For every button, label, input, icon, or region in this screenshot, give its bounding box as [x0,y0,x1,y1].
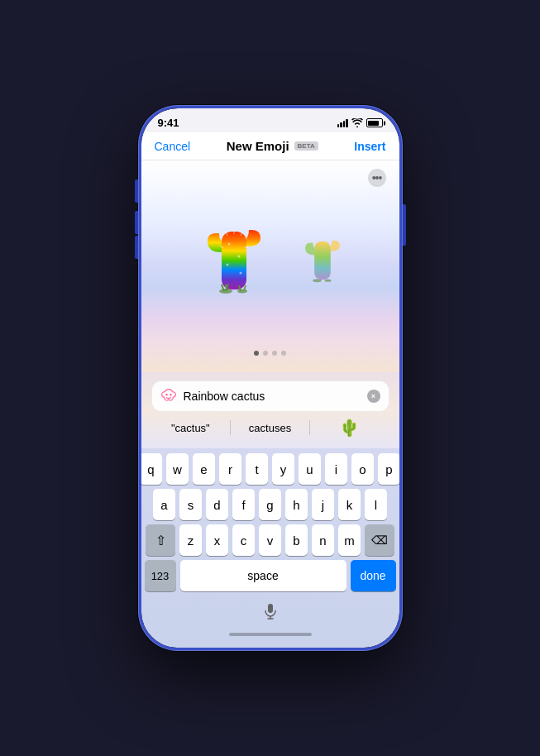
phone-frame: 9:41 Can [138,105,403,651]
svg-point-20 [165,394,168,396]
key-b[interactable]: b [285,524,308,556]
done-key[interactable]: done [351,560,396,591]
svg-rect-0 [222,232,246,289]
beta-badge: BETA [294,141,318,151]
keyboard-row-2: a s d f g h j k l [145,489,396,520]
microphone-button[interactable] [259,600,282,623]
insert-button[interactable]: Insert [354,140,385,153]
key-v[interactable]: v [259,524,281,556]
pagination-dot-2[interactable] [263,351,268,356]
svg-point-21 [170,394,172,396]
key-z[interactable]: z [179,524,202,556]
key-g[interactable]: g [259,489,281,520]
key-w[interactable]: w [166,453,189,485]
home-indicator [229,633,312,636]
search-clear-button[interactable]: × [367,390,380,403]
numbers-key[interactable]: 123 [145,560,176,591]
screen: 9:41 Can [141,108,399,648]
key-d[interactable]: d [206,489,228,520]
cancel-button[interactable]: Cancel [155,140,191,153]
status-bar: 9:41 [141,108,399,132]
delete-key[interactable]: ⌫ [365,524,394,556]
key-k[interactable]: k [338,489,361,520]
keyboard: q w e r t y u i o p a s d f g [141,448,399,633]
phone-inner: 9:41 Can [141,108,399,648]
status-icons [337,118,383,127]
key-r[interactable]: r [219,453,241,485]
wifi-icon [351,118,363,127]
key-o[interactable]: o [351,453,374,485]
key-i[interactable]: i [325,453,347,485]
pagination-dot-1[interactable] [254,351,259,356]
emoji-secondary[interactable] [293,231,352,290]
svg-point-8 [226,264,228,266]
key-a[interactable]: a [153,489,175,520]
key-f[interactable]: f [232,489,255,520]
key-t[interactable]: t [246,453,268,485]
key-q[interactable]: q [141,453,163,485]
autocomplete-cactuses[interactable]: cactuses [231,419,310,437]
key-e[interactable]: e [193,453,215,485]
key-u[interactable]: u [299,453,321,485]
key-n[interactable]: n [312,524,334,556]
autocomplete-cactus-quoted[interactable]: "cactus" [151,419,231,437]
emoji-search-icon [160,388,177,404]
signal-icon [337,119,348,127]
battery-icon [366,118,383,127]
nav-title-area: New Emoji BETA [227,139,318,153]
more-options-button[interactable]: ••• [368,169,386,187]
autocomplete-row: "cactus" cactuses 🌵 [151,412,389,443]
key-m[interactable]: m [338,524,361,556]
svg-point-6 [227,243,230,246]
key-h[interactable]: h [285,489,308,520]
emoji-previews [189,169,352,351]
keyboard-bottom [145,595,396,633]
svg-point-9 [239,272,241,275]
space-key[interactable]: space [180,560,346,591]
emoji-area: ••• [141,160,399,372]
search-section: Rainbow cactus × "cactus" cactuses 🌵 [141,372,399,448]
search-input[interactable]: Rainbow cactus [184,390,361,403]
pagination-dot-3[interactable] [272,351,277,356]
key-x[interactable]: x [206,524,228,556]
key-s[interactable]: s [179,489,202,520]
keyboard-row-3: ⇧ z x c v b n m ⌫ [145,524,396,556]
key-l[interactable]: l [365,489,387,520]
nav-bar: Cancel New Emoji BETA Insert [141,132,399,160]
pagination-dots [254,351,286,356]
shift-key[interactable]: ⇧ [146,524,175,556]
keyboard-bottom-row: 123 space done [145,560,396,591]
clear-icon: × [371,393,375,400]
keyboard-row-1: q w e r t y u i o p [145,453,396,485]
svg-point-11 [237,289,247,294]
autocomplete-cactus-emoji[interactable]: 🌵 [310,415,389,440]
svg-rect-22 [268,604,273,613]
key-y[interactable]: y [272,453,294,485]
emoji-main[interactable] [189,215,280,306]
svg-point-19 [324,280,331,282]
more-dots-icon: ••• [372,172,382,184]
key-j[interactable]: j [312,489,334,520]
key-p[interactable]: p [378,453,399,485]
pagination-dot-4[interactable] [281,351,286,356]
home-indicator-area [141,633,399,648]
svg-point-18 [313,279,321,282]
status-time: 9:41 [158,117,179,129]
nav-title: New Emoji [227,139,289,153]
svg-rect-17 [314,242,331,280]
svg-point-7 [237,256,240,258]
search-bar[interactable]: Rainbow cactus × [151,380,389,412]
key-c[interactable]: c [232,524,255,556]
